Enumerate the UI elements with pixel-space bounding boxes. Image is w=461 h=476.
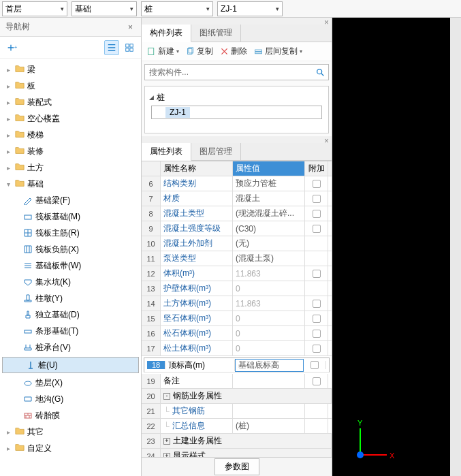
nav-node[interactable]: ▸装修 bbox=[0, 143, 141, 159]
svg-rect-8 bbox=[148, 48, 154, 55]
nav-child[interactable]: 条形基础(T) bbox=[0, 323, 141, 339]
scrollbar[interactable] bbox=[450, 18, 461, 476]
nav-child[interactable]: 筏板负筋(X) bbox=[0, 241, 141, 257]
close-icon[interactable]: × bbox=[324, 136, 329, 143]
nav-child[interactable]: 基础板带(W) bbox=[0, 257, 141, 274]
viewport-3d[interactable]: YX bbox=[332, 18, 461, 476]
svg-rect-2 bbox=[126, 48, 129, 50]
nav-title: 导航树 bbox=[5, 21, 30, 33]
col-extra[interactable]: 附加 bbox=[305, 161, 328, 176]
prop-row[interactable]: 12体积(m³)11.863 bbox=[142, 266, 332, 281]
param-button[interactable]: 参数图 bbox=[214, 458, 259, 475]
category-select[interactable]: 基础▾ bbox=[71, 1, 137, 16]
nav-node[interactable]: ▸自定义 bbox=[0, 440, 141, 456]
nav-panel: 导航树 × + ▸梁▸板▸装配式▸空心楼盖▸楼梯▸装修▸土方▾基础基础梁(F)筏… bbox=[0, 18, 142, 476]
nav-node[interactable]: ▸装配式 bbox=[0, 94, 141, 110]
nav-child[interactable]: 桩承台(V) bbox=[0, 339, 141, 355]
prop-row[interactable]: 21└其它钢筋 bbox=[142, 404, 332, 419]
tree-item-selected[interactable]: ZJ-1 bbox=[151, 106, 322, 119]
list-view-icon[interactable] bbox=[104, 40, 119, 55]
new-button[interactable]: 新建▾ bbox=[144, 44, 182, 59]
chevron-down-icon: ▾ bbox=[276, 5, 279, 12]
prop-row[interactable]: 16松石体积(m³)0 bbox=[142, 326, 332, 341]
prop-row[interactable]: 8混凝土类型(现浇混凝土碎... bbox=[142, 206, 332, 221]
prop-row[interactable]: 7材质混凝土 bbox=[142, 191, 332, 206]
top-selector-bar: 首层▾ 基础▾ 桩▾ ZJ-1▾ bbox=[0, 0, 461, 18]
col-value[interactable]: 属性值 bbox=[233, 161, 305, 176]
nav-node[interactable]: ▸梁 bbox=[0, 61, 141, 78]
prop-row[interactable]: 11泵送类型(混凝土泵) bbox=[142, 251, 332, 266]
search-icon[interactable] bbox=[315, 67, 325, 79]
copy-button[interactable]: 复制 bbox=[183, 44, 216, 59]
nav-child[interactable]: 独立基础(D) bbox=[0, 306, 141, 323]
nav-node[interactable]: ▾基础 bbox=[0, 176, 141, 192]
svg-rect-3 bbox=[130, 48, 133, 50]
svg-point-13 bbox=[317, 69, 322, 74]
nav-child[interactable]: 垫层(X) bbox=[0, 375, 141, 391]
nav-child[interactable]: 筏板主筋(R) bbox=[0, 225, 141, 241]
component-tree: ◢桩 ZJ-1 bbox=[144, 86, 329, 133]
nav-node[interactable]: ▸土方 bbox=[0, 159, 141, 176]
chevron-down-icon: ▾ bbox=[130, 5, 133, 12]
nav-node[interactable]: ▸楼梯 bbox=[0, 127, 141, 143]
svg-rect-4 bbox=[25, 215, 31, 219]
svg-rect-5 bbox=[25, 330, 31, 333]
nav-child[interactable]: 基础梁(F) bbox=[0, 192, 141, 208]
prop-row[interactable]: 24+显示样式 bbox=[142, 449, 332, 457]
floor-select[interactable]: 首层▾ bbox=[2, 1, 67, 16]
tab-layer-mgmt[interactable]: 图层管理 bbox=[191, 143, 241, 160]
prop-row[interactable]: 23+土建业务属性 bbox=[142, 434, 332, 449]
svg-rect-1 bbox=[130, 44, 133, 46]
col-name[interactable]: 属性名称 bbox=[161, 161, 233, 176]
nav-child[interactable]: 柱墩(Y) bbox=[0, 290, 141, 306]
prop-row[interactable]: 15坚石体积(m³)0 bbox=[142, 311, 332, 326]
svg-rect-12 bbox=[255, 52, 262, 53]
item-select[interactable]: ZJ-1▾ bbox=[217, 1, 283, 16]
expand-icon[interactable]: + bbox=[4, 40, 19, 55]
layer-copy-button[interactable]: 层间复制▾ bbox=[251, 44, 305, 59]
nav-node[interactable]: ▸板 bbox=[0, 78, 141, 94]
property-grid: 属性名称 属性值 附加 6结构类别预应力管桩7材质混凝土8混凝土类型(现浇混凝土… bbox=[142, 161, 332, 457]
nav-child[interactable]: 地沟(G) bbox=[0, 391, 141, 407]
prop-row[interactable]: 9混凝土强度等级(C30) bbox=[142, 221, 332, 236]
tree-root[interactable]: ◢桩 bbox=[149, 91, 324, 104]
nav-tree: ▸梁▸板▸装配式▸空心楼盖▸楼梯▸装修▸土方▾基础基础梁(F)筏板基础(M)筏板… bbox=[0, 59, 141, 476]
nav-child[interactable]: 集水坑(K) bbox=[0, 274, 141, 290]
tab-property-list[interactable]: 属性列表 bbox=[142, 143, 191, 161]
close-icon[interactable]: × bbox=[324, 18, 329, 25]
prop-row[interactable]: 13护壁体积(m³)0 bbox=[142, 281, 332, 296]
nav-child[interactable]: 筏板基础(M) bbox=[0, 208, 141, 225]
tab-component-list[interactable]: 构件列表 bbox=[142, 25, 191, 42]
search-input[interactable] bbox=[144, 64, 329, 80]
svg-rect-0 bbox=[126, 44, 129, 46]
prop-row[interactable]: 22└汇总信息(桩) bbox=[142, 419, 332, 434]
nav-node[interactable]: ▸空心楼盖 bbox=[0, 110, 141, 127]
delete-button[interactable]: 删除 bbox=[217, 44, 250, 59]
nav-child[interactable]: 砖胎膜 bbox=[0, 407, 141, 424]
chevron-down-icon: ▾ bbox=[206, 5, 210, 12]
chevron-down-icon: ▾ bbox=[61, 5, 64, 12]
tab-drawing-mgmt[interactable]: 图纸管理 bbox=[191, 25, 241, 42]
svg-rect-11 bbox=[255, 50, 262, 51]
prop-row[interactable]: 18顶标高(m)基础底标高 bbox=[144, 358, 330, 372]
prop-row[interactable]: 6结构类别预应力管桩 bbox=[142, 176, 332, 191]
mid-panel: × 构件列表 图纸管理 新建▾ 复制 删除 层间复制▾ ◢桩 ZJ-1 × 属性… bbox=[142, 18, 332, 476]
prop-row[interactable]: 19备注 bbox=[142, 374, 332, 389]
prop-row[interactable]: 20-钢筋业务属性 bbox=[142, 389, 332, 404]
nav-node[interactable]: ▸其它 bbox=[0, 424, 141, 440]
close-icon[interactable]: × bbox=[125, 22, 136, 32]
grid-view-icon[interactable] bbox=[122, 40, 137, 55]
subtype-select[interactable]: 桩▾ bbox=[141, 1, 213, 16]
prop-row[interactable]: 17松土体积(m³)0 bbox=[142, 341, 332, 356]
svg-point-6 bbox=[25, 381, 31, 385]
nav-child[interactable]: 桩(U) bbox=[2, 357, 139, 373]
prop-row[interactable]: 14土方体积(m³)11.863 bbox=[142, 296, 332, 311]
prop-row[interactable]: 10混凝土外加剂(无) bbox=[142, 236, 332, 251]
